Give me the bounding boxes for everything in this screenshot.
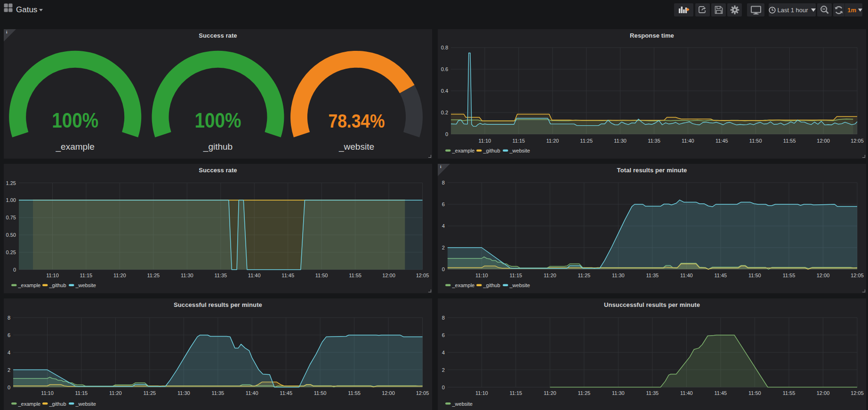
svg-text:2: 2 [8,367,10,373]
svg-text:_github: _github [483,282,500,288]
svg-text:11:50: 11:50 [748,390,761,396]
svg-text:11:20: 11:20 [544,273,556,278]
svg-text:12:00: 12:00 [817,138,830,144]
svg-text:11:40: 11:40 [682,138,694,144]
svg-text:12:05: 12:05 [851,273,864,278]
svg-text:_website: _website [75,401,96,407]
svg-text:2: 2 [442,367,445,373]
svg-text:0.50: 0.50 [6,232,16,238]
svg-text:11:20: 11:20 [544,390,556,396]
svg-text:8: 8 [442,315,445,321]
svg-text:11:55: 11:55 [349,273,362,278]
svg-text:_example: _example [18,401,41,407]
svg-text:_github: _github [483,148,500,153]
svg-text:100%: 100% [195,108,241,132]
svg-text:0.6: 0.6 [441,66,448,72]
svg-text:0.8: 0.8 [441,45,448,50]
svg-text:11:40: 11:40 [680,390,693,396]
svg-text:_website: _website [509,148,530,153]
svg-text:6: 6 [442,201,445,207]
svg-text:0: 0 [445,131,448,137]
svg-text:_website: _website [75,282,96,288]
svg-text:11:10: 11:10 [46,273,59,278]
svg-text:_example: _example [452,282,475,288]
svg-text:0: 0 [442,385,445,390]
svg-text:_website: _website [509,282,530,288]
svg-text:11:40: 11:40 [248,273,261,278]
svg-text:11:50: 11:50 [748,273,761,278]
svg-text:12:05: 12:05 [851,138,864,144]
svg-text:11:30: 11:30 [181,273,193,278]
svg-text:11:45: 11:45 [715,138,728,144]
svg-text:4: 4 [442,223,445,229]
svg-text:11:30: 11:30 [614,138,627,144]
svg-text:11:10: 11:10 [41,390,54,396]
svg-text:12:00: 12:00 [382,390,395,396]
svg-text:11:25: 11:25 [143,390,156,396]
svg-text:11:30: 11:30 [612,273,625,278]
svg-text:4: 4 [442,350,445,355]
svg-text:11:55: 11:55 [783,273,796,278]
svg-text:11:25: 11:25 [147,273,160,278]
svg-text:100%: 100% [52,108,98,132]
svg-text:11:45: 11:45 [715,273,727,278]
svg-text:11:55: 11:55 [783,390,796,396]
svg-text:_github: _github [203,142,233,152]
svg-text:11:45: 11:45 [280,390,292,396]
svg-text:11:40: 11:40 [680,273,693,278]
svg-text:1.00: 1.00 [6,197,16,203]
svg-text:11:55: 11:55 [348,390,361,396]
svg-text:11:15: 11:15 [509,273,522,278]
svg-text:11:20: 11:20 [109,390,122,396]
svg-text:11:10: 11:10 [475,273,488,278]
svg-text:_example: _example [18,282,41,288]
svg-text:11:45: 11:45 [281,273,294,278]
svg-text:11:35: 11:35 [214,273,227,278]
svg-text:_github: _github [49,282,66,288]
svg-text:0.2: 0.2 [441,110,448,115]
svg-text:12:00: 12:00 [817,390,830,396]
svg-text:11:20: 11:20 [546,138,559,144]
svg-text:11:55: 11:55 [783,138,796,144]
svg-text:11:35: 11:35 [646,273,659,278]
svg-text:6: 6 [442,332,445,338]
svg-text:12:00: 12:00 [382,273,395,278]
svg-text:11:50: 11:50 [749,138,762,144]
svg-text:11:30: 11:30 [612,390,625,396]
svg-text:11:25: 11:25 [580,138,593,144]
svg-text:0: 0 [13,267,16,273]
svg-text:78.34%: 78.34% [329,110,385,132]
svg-text:12:05: 12:05 [416,390,429,396]
svg-text:11:45: 11:45 [715,390,727,396]
svg-text:11:50: 11:50 [314,390,327,396]
svg-text:11:25: 11:25 [578,390,590,396]
svg-text:0.4: 0.4 [441,88,448,94]
svg-text:8: 8 [8,315,10,321]
svg-text:11:50: 11:50 [315,273,328,278]
svg-text:1.25: 1.25 [6,180,16,186]
svg-text:0.25: 0.25 [6,249,16,255]
svg-text:11:10: 11:10 [479,138,491,144]
svg-text:11:15: 11:15 [509,390,522,396]
svg-text:0: 0 [442,266,445,272]
svg-text:11:10: 11:10 [475,390,488,396]
svg-text:6: 6 [8,332,10,338]
svg-text:11:25: 11:25 [578,273,590,278]
svg-text:12:00: 12:00 [817,273,830,278]
svg-text:_website: _website [452,401,473,407]
svg-text:_example: _example [452,148,475,153]
svg-text:0: 0 [8,385,10,390]
svg-text:12:05: 12:05 [851,390,864,396]
svg-text:8: 8 [442,180,445,185]
svg-text:11:30: 11:30 [177,390,190,396]
svg-text:0.75: 0.75 [6,215,16,220]
svg-text:12:05: 12:05 [416,273,429,278]
svg-text:11:15: 11:15 [512,138,525,144]
svg-text:11:15: 11:15 [75,390,88,396]
svg-text:_website: _website [338,142,374,152]
svg-text:11:40: 11:40 [246,390,258,396]
svg-text:11:20: 11:20 [113,273,126,278]
svg-text:11:35: 11:35 [648,138,660,144]
svg-text:2: 2 [442,245,445,250]
svg-text:_example: _example [56,142,95,152]
